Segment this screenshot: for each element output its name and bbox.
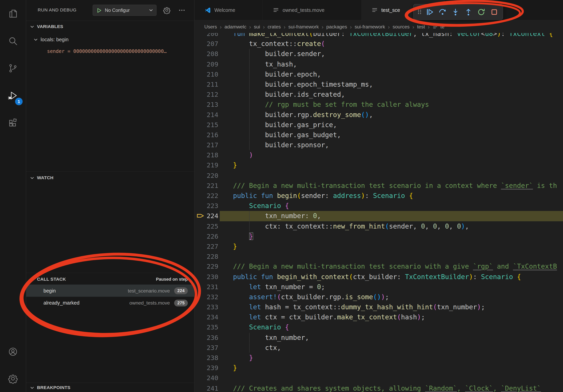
line-number[interactable]: 217 [195,140,218,150]
line-number[interactable]: 237 [195,343,218,353]
line-number[interactable]: 240 [195,373,218,383]
line-number[interactable]: 206 [195,33,218,39]
line-number[interactable]: 214 [195,110,218,120]
toolbar-drag-handle[interactable] [416,5,423,18]
code-line-233[interactable]: 233 let hash = tx_context::dummy_tx_hash… [195,302,563,312]
breadcrumb-item[interactable]: sui-framework [355,24,385,29]
activity-settings[interactable] [0,365,26,392]
activity-search[interactable] [0,27,26,54]
line-number[interactable]: 215 [195,120,218,130]
code-line-240[interactable]: 240 [195,373,563,383]
breadcrumb-file[interactable]: te [432,24,445,30]
line-number[interactable]: 216 [195,130,218,140]
line-number[interactable]: 230 [195,272,218,282]
start-debug-button[interactable] [96,7,102,13]
line-number[interactable]: 218 [195,150,218,160]
code-line-237[interactable]: 237 ctx, [195,343,563,353]
section-watch[interactable]: WATCH [26,171,194,184]
code-line-221[interactable]: 221/// Begin a new multi-transaction tes… [195,181,563,191]
code-line-226[interactable]: 226 } [195,231,563,241]
code-line-206[interactable]: 206fun make_tx_context(builder: TxContex… [195,33,563,39]
line-number[interactable]: 208 [195,49,218,59]
section-call-stack[interactable]: CALL STACK Paused on step [26,273,194,285]
code-line-236[interactable]: 236 txn_number, [195,333,563,343]
step-out-button[interactable] [462,5,475,18]
line-number[interactable]: 223 [195,201,218,211]
line-number[interactable]: 239 [195,363,218,373]
code-line-228[interactable]: 228 [195,251,563,261]
breadcrumb-item[interactable]: packages [326,24,347,29]
line-number[interactable]: 236 [195,333,218,343]
section-breakpoints[interactable]: BREAKPOINTS [26,382,194,392]
code-line-218[interactable]: 218 ) [195,150,563,160]
line-number[interactable]: 234 [195,312,218,322]
line-number[interactable]: 229 [195,262,218,272]
call-stack-frame-already_marked[interactable]: already_markedowned_tests.move275 [26,297,194,309]
code-line-222[interactable]: 222public fun begin(sender: address): Sc… [195,191,563,201]
line-number[interactable]: 212 [195,89,218,100]
line-number[interactable]: 207 [195,39,218,49]
debug-config-dropdown[interactable]: No Configur [93,5,157,16]
code-line-207[interactable]: 207 tx_context::create( [195,39,563,49]
code-line-217[interactable]: 217 builder.sponsor, [195,140,563,150]
line-number[interactable]: 227 [195,241,218,251]
line-number[interactable]: 233 [195,302,218,312]
line-number[interactable]: 231 [195,282,218,292]
call-stack-frame-begin[interactable]: begintest_scenario.move224 [26,285,194,297]
continue-button[interactable] [423,5,436,18]
breadcrumb-item[interactable]: test [417,24,425,29]
restart-button[interactable] [475,5,488,18]
code-line-229[interactable]: 229/// Begin a new multi-transaction tes… [195,262,563,272]
line-number[interactable]: 222 [195,191,218,201]
code-editor[interactable]: 206fun make_tx_context(builder: TxContex… [195,33,563,392]
code-line-208[interactable]: 208 builder.sender, [195,49,563,59]
breadcrumb-item[interactable]: crates [268,24,281,29]
code-line-214[interactable]: 214 builder.rgp.destroy_some(), [195,110,563,120]
code-line-213[interactable]: 213 // rgp must be set from the caller a… [195,100,563,110]
line-number[interactable]: 209 [195,59,218,69]
breadcrumb-item[interactable]: sources [393,24,409,29]
line-number[interactable]: 241 [195,383,218,392]
code-line-215[interactable]: 215 builder.gas_price, [195,120,563,130]
line-number[interactable]: 220 [195,170,218,181]
line-number[interactable]: 238 [195,353,218,363]
code-line-219[interactable]: 219} [195,160,563,170]
activity-explorer[interactable] [0,0,26,27]
code-line-212[interactable]: 212 builder.ids_created, [195,89,563,100]
breadcrumb-item[interactable]: Users [204,24,217,29]
activity-run-and-debug[interactable]: 1 [0,82,26,109]
code-line-220[interactable]: 220 [195,170,563,181]
code-line-211[interactable]: 211 builder.epoch_timestamp_ms, [195,79,563,89]
line-number[interactable]: 232 [195,292,218,302]
code-line-232[interactable]: 232 assert!(ctx_builder.rgp.is_some()); [195,292,563,302]
line-number[interactable]: 211 [195,79,218,89]
code-line-224[interactable]: 224 txn_number: 0, [195,211,563,221]
variable-sender[interactable]: sender = 0000000000000000000000000000000… [47,46,192,56]
step-into-button[interactable] [449,5,462,18]
line-number[interactable]: 219 [195,160,218,170]
line-number[interactable]: 225 [195,221,218,231]
tab-welcome[interactable]: Welcome [195,0,263,20]
line-number[interactable]: 226 [195,231,218,241]
breadcrumb-item[interactable]: adamwelc [225,24,246,29]
code-line-231[interactable]: 231 let txn_number = 0; [195,282,563,292]
line-number[interactable]: 235 [195,322,218,332]
tab-owned-tests-move[interactable]: owned_tests.move [263,0,362,20]
line-number[interactable]: 228 [195,251,218,261]
code-line-209[interactable]: 209 tx_hash, [195,59,563,69]
code-line-230[interactable]: 230public fun begin_with_context(ctx_bui… [195,272,563,282]
more-actions-icon[interactable] [178,7,186,14]
activity-extensions[interactable] [0,109,26,136]
line-number[interactable]: 210 [195,69,218,79]
code-line-239[interactable]: 239} [195,363,563,373]
gear-icon[interactable] [163,7,170,14]
code-line-227[interactable]: 227} [195,241,563,251]
breadcrumb-item[interactable]: sui [254,24,260,29]
activity-source-control[interactable] [0,55,26,82]
section-variables[interactable]: VARIABLES [26,21,194,33]
line-number[interactable]: 221 [195,181,218,191]
line-number[interactable]: 213 [195,100,218,110]
code-line-225[interactable]: 225 ctx: tx_context::new_from_hint(sende… [195,221,563,231]
breadcrumb-item[interactable]: sui-framework [288,24,319,29]
code-line-235[interactable]: 235 Scenario { [195,322,563,332]
